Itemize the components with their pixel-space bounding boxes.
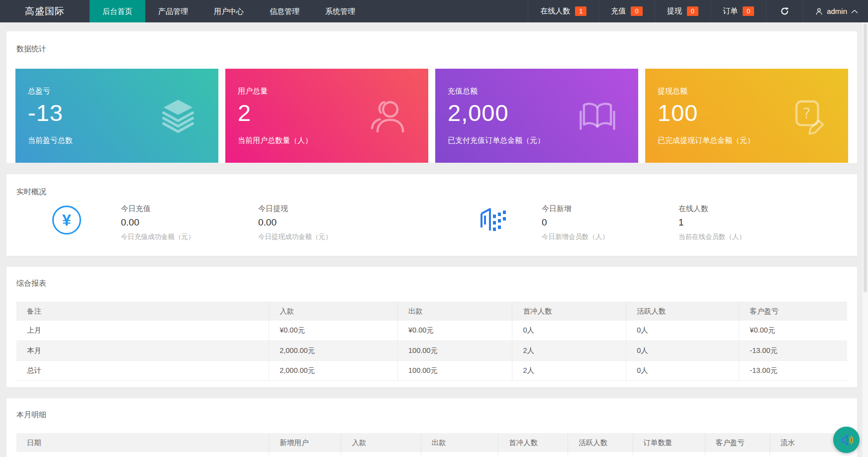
yen-circle-icon: ¥ bbox=[52, 206, 81, 234]
card-caption: 已支付充值订单总金额（元） bbox=[448, 136, 638, 145]
table-cell: ¥0.00元 bbox=[705, 452, 770, 457]
table-cell: 0人 bbox=[626, 341, 739, 360]
stat-today-withdraw: 今日提现 0.00 今日提现成功金额（元） bbox=[258, 204, 332, 241]
column-header: 出款 bbox=[398, 302, 512, 321]
column-header: 新增用户 bbox=[269, 433, 341, 452]
table-cell: 100.00元 bbox=[398, 341, 512, 360]
withdraw-count-badge: 0 bbox=[687, 6, 698, 16]
column-header: 备注 bbox=[16, 302, 269, 321]
scrollbar-track[interactable] bbox=[863, 22, 868, 457]
table-cell: -13.00元 bbox=[739, 341, 847, 360]
stat-label: 在线人数 bbox=[678, 204, 746, 214]
stat-card-total-recharge: 充值总额 2,000 已支付充值订单总金额（元） bbox=[435, 69, 638, 163]
summary-report-table: 备注入款出款首冲人数活跃人数客户盈亏上月¥0.00元¥0.00元0人0人¥0.0… bbox=[16, 302, 847, 381]
stat-label: 今日充值 bbox=[121, 204, 195, 214]
column-header: 首冲人数 bbox=[512, 302, 626, 321]
table-row: 上月¥0.00元¥0.00元0人0人¥0.00元 bbox=[16, 321, 847, 341]
table-cell: 100.00元 bbox=[398, 360, 512, 380]
month-detail-title: 本月明细 bbox=[16, 410, 847, 420]
stat-card-total-withdraw: 提现总额 100 已完成提现订单总金额（元） ? bbox=[645, 69, 848, 163]
table-cell: 总计 bbox=[16, 360, 269, 380]
orders-count-badge: 0 bbox=[743, 6, 754, 16]
status-recharge[interactable]: 充值 0 bbox=[598, 0, 654, 22]
summary-report-panel: 综合报表 备注入款出款首冲人数活跃人数客户盈亏上月¥0.00元¥0.00元0人0… bbox=[6, 267, 857, 387]
stats-panel: 数据统计 总盈亏 -13 当前盈亏总数 用户总量 2 当前用户总数量（人） bbox=[6, 31, 857, 163]
stat-label: 今日新增 bbox=[542, 204, 609, 214]
layers-icon bbox=[159, 97, 197, 135]
table-cell: 2,000.00元 bbox=[269, 341, 398, 360]
tab-dashboard[interactable]: 后台首页 bbox=[90, 0, 145, 22]
card-caption: 当前用户总数量（人） bbox=[238, 136, 428, 145]
table-cell: 上月 bbox=[16, 321, 269, 341]
person-icon bbox=[815, 7, 823, 15]
column-header: 订单数量 bbox=[633, 433, 705, 452]
tab-users[interactable]: 用户中心 bbox=[201, 0, 257, 22]
card-label: 总盈亏 bbox=[28, 87, 218, 96]
stat-today-new-members: 今日新增 0 今日新增会员数（人） bbox=[542, 204, 609, 241]
column-header: 活跃人数 bbox=[568, 433, 633, 452]
table-cell: 本月 bbox=[16, 341, 269, 360]
table-cell: 0人 bbox=[626, 321, 739, 341]
table-cell: 2人 bbox=[512, 360, 626, 380]
stat-value: 0.00 bbox=[121, 217, 195, 228]
status-label: 订单 bbox=[723, 6, 738, 16]
stat-online-members: 在线人数 1 当前在线会员数（人） bbox=[678, 204, 746, 241]
stat-label: 今日提现 bbox=[258, 204, 332, 214]
refresh-icon bbox=[780, 6, 789, 16]
status-label: 在线人数 bbox=[540, 6, 570, 16]
month-detail-table: 日期新增用户入款出款首冲人数活跃人数订单数量客户盈亏流水2026-01-010人… bbox=[16, 433, 847, 457]
stats-panel-title: 数据统计 bbox=[16, 44, 848, 54]
audio-fab-button[interactable] bbox=[833, 427, 860, 453]
column-header: 出款 bbox=[421, 433, 498, 452]
users-icon bbox=[368, 96, 407, 136]
table-cell: ¥0.00元 bbox=[770, 452, 847, 457]
navbar-right: 在线人数 1 充值 0 提现 0 订单 0 admin bbox=[528, 0, 868, 22]
status-orders[interactable]: 订单 0 bbox=[710, 0, 766, 22]
table-cell: 0人 bbox=[498, 452, 568, 457]
refresh-button[interactable] bbox=[766, 0, 803, 22]
table-cell: ¥0.00元 bbox=[269, 321, 398, 341]
table-cell: 0单 bbox=[633, 452, 705, 457]
stat-value: 1 bbox=[678, 217, 746, 228]
table-cell: ¥0.00元 bbox=[398, 321, 512, 341]
table-cell: 0.00元 bbox=[421, 452, 498, 457]
stat-value: 0 bbox=[542, 217, 609, 228]
status-online-users[interactable]: 在线人数 1 bbox=[528, 0, 598, 22]
month-detail-panel: 本月明细 日期新增用户入款出款首冲人数活跃人数订单数量客户盈亏流水2026-01… bbox=[6, 398, 857, 457]
status-withdraw[interactable]: 提现 0 bbox=[655, 0, 710, 22]
stat-caption: 当前在线会员数（人） bbox=[678, 232, 746, 241]
table-cell: 2026-01-01 bbox=[16, 452, 269, 457]
column-header: 活跃人数 bbox=[626, 302, 739, 321]
username: admin bbox=[827, 7, 847, 15]
table-cell: ¥0.00元 bbox=[739, 321, 847, 341]
tab-products[interactable]: 产品管理 bbox=[145, 0, 201, 22]
page-content: 数据统计 总盈亏 -13 当前盈亏总数 用户总量 2 当前用户总数量（人） bbox=[0, 22, 868, 457]
table-cell: 0人 bbox=[512, 321, 626, 341]
card-caption: 当前盈亏总数 bbox=[28, 136, 218, 145]
svg-text:?: ? bbox=[803, 105, 811, 122]
table-cell: 0人 bbox=[269, 452, 341, 457]
user-menu[interactable]: admin bbox=[803, 0, 868, 22]
status-label: 提现 bbox=[667, 6, 682, 16]
scrollbar-thumb[interactable] bbox=[864, 23, 867, 292]
realtime-panel: 实时概况 ¥ 今日充值 0.00 今日充值成功金额（元） 今日提现 0.00 今… bbox=[6, 174, 857, 256]
status-label: 充值 bbox=[611, 6, 626, 16]
open-book-icon bbox=[578, 97, 617, 135]
brand-title: 高盛国际 bbox=[25, 0, 65, 22]
top-navbar: 高盛国际 后台首页 产品管理 用户中心 信息管理 系统管理 在线人数 1 充值 … bbox=[0, 0, 868, 22]
column-header: 首冲人数 bbox=[498, 433, 568, 452]
card-caption: 已完成提现订单总金额（元） bbox=[658, 136, 848, 145]
tab-system[interactable]: 系统管理 bbox=[312, 0, 368, 22]
tab-info[interactable]: 信息管理 bbox=[257, 0, 312, 22]
column-header: 日期 bbox=[16, 433, 269, 452]
online-count-badge: 1 bbox=[575, 6, 586, 16]
table-cell: 2,000.00元 bbox=[269, 360, 398, 380]
table-cell: ¥0.00元 bbox=[341, 452, 421, 457]
stat-card-total-users: 用户总量 2 当前用户总数量（人） bbox=[225, 69, 428, 163]
table-row: 2026-01-010人¥0.00元0.00元0人0人0单¥0.00元¥0.00… bbox=[16, 452, 847, 457]
card-label: 用户总量 bbox=[238, 87, 428, 96]
realtime-panel-title: 实时概况 bbox=[16, 187, 46, 197]
question-note-icon: ? bbox=[788, 97, 827, 135]
card-label: 提现总额 bbox=[658, 87, 848, 96]
chevron-up-icon bbox=[851, 9, 858, 13]
